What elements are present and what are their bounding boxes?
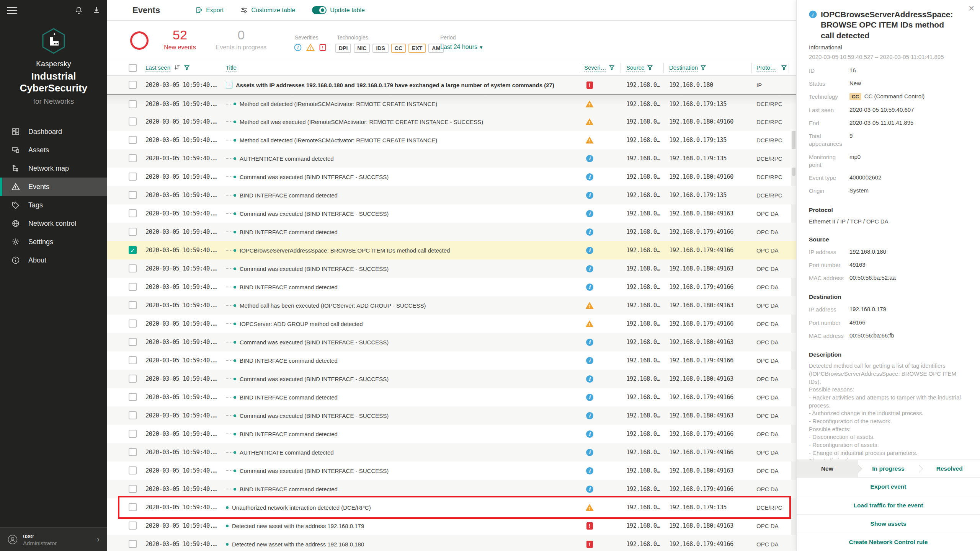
status-step-new[interactable]: New xyxy=(797,460,858,477)
table-row[interactable]: 2020-03-05 10:59:40.…Command was execute… xyxy=(107,333,796,351)
row-checkbox[interactable] xyxy=(129,320,137,328)
status-step-in-progress[interactable]: In progress xyxy=(858,460,919,477)
table-row[interactable]: 2020-03-05 10:59:40.…BIND INTERFACE comm… xyxy=(107,388,796,406)
row-checkbox[interactable] xyxy=(129,338,137,346)
table-row[interactable]: 2020-03-05 10:59:40.…Command was execute… xyxy=(107,461,796,480)
column-header-severity[interactable]: Severi… xyxy=(584,64,614,72)
table-row[interactable]: 2020-03-05 10:59:40.…Detected new asset … xyxy=(107,517,796,535)
sidebar-item-dashboard[interactable]: Dashboard xyxy=(0,122,107,141)
table-row[interactable]: 2020-03-05 10:59:40.…AUTHENTICATE comman… xyxy=(107,443,796,461)
row-checkbox[interactable] xyxy=(129,283,137,291)
row-checkbox[interactable] xyxy=(129,411,137,419)
notifications-bell-icon[interactable] xyxy=(75,7,83,14)
row-checkbox[interactable] xyxy=(129,191,137,199)
table-row[interactable]: 2020-03-05 10:59:40.…BIND INTERFACE comm… xyxy=(107,223,796,241)
table-row[interactable]: 2020-03-05 10:59:40.…BIND INTERFACE comm… xyxy=(107,186,796,204)
row-checkbox[interactable] xyxy=(129,522,137,530)
toggle-on-icon[interactable] xyxy=(312,6,327,14)
filter-funnel-icon[interactable] xyxy=(609,65,614,72)
table-row[interactable]: 2020-03-05 10:59:40.…Method call detecte… xyxy=(107,131,796,149)
column-header-last-seen[interactable]: Last seen xyxy=(145,64,189,72)
severity-info-icon[interactable]: i xyxy=(294,44,302,51)
technology-badge-dpi[interactable]: DPI xyxy=(335,44,351,53)
row-checkbox[interactable] xyxy=(129,173,137,181)
row-checkbox[interactable] xyxy=(129,209,137,217)
row-checkbox[interactable] xyxy=(129,540,137,548)
sidebar-item-network-map[interactable]: Network map xyxy=(0,159,107,178)
row-checkbox[interactable] xyxy=(129,375,137,383)
row-checkbox[interactable] xyxy=(129,228,137,236)
column-header-source[interactable]: Source xyxy=(626,64,653,72)
row-checkbox[interactable]: ✓ xyxy=(129,246,137,254)
new-events-stat[interactable]: 52 New events xyxy=(157,28,203,51)
column-header-title[interactable]: Title xyxy=(226,64,237,71)
sidebar-item-network-control[interactable]: Network control xyxy=(0,214,107,233)
row-checkbox[interactable] xyxy=(129,264,137,272)
severity-filter-icons[interactable]: i ! ! xyxy=(294,44,326,51)
export-button[interactable]: Export xyxy=(195,7,224,14)
column-header-destination[interactable]: Destination xyxy=(669,64,706,72)
in-progress-stat[interactable]: 0 Events in progress xyxy=(211,28,272,51)
row-checkbox[interactable] xyxy=(129,81,137,89)
row-checkbox[interactable] xyxy=(129,301,137,309)
customize-table-button[interactable]: Customize table xyxy=(240,7,295,14)
table-row[interactable]: 2020-03-05 10:59:40.…Detected new asset … xyxy=(107,535,796,551)
select-all-checkbox[interactable] xyxy=(129,64,137,72)
table-row[interactable]: 2020-03-05 10:59:40.…Command was execute… xyxy=(107,168,796,186)
update-table-toggle[interactable]: Update table xyxy=(312,6,365,14)
table-row[interactable]: 2020-03-05 10:59:40.…Command was execute… xyxy=(107,406,796,425)
technology-badge-ext[interactable]: EXT xyxy=(408,44,426,53)
table-row[interactable]: 2020-03-05 10:59:40.…Method call was exe… xyxy=(107,112,796,131)
technology-badge-nic[interactable]: NIC xyxy=(354,44,370,53)
row-checkbox[interactable] xyxy=(129,393,137,401)
table-row[interactable]: 2020-03-05 10:59:40.…IOPCServer: ADD GRO… xyxy=(107,315,796,333)
period-select[interactable]: Last 24 hours▼ xyxy=(440,44,483,51)
column-header-protocol[interactable]: Proto… xyxy=(756,64,787,72)
row-checkbox[interactable] xyxy=(129,503,137,511)
sort-desc-icon[interactable] xyxy=(174,65,180,70)
show-assets-button[interactable]: Show assets xyxy=(797,514,980,533)
sidebar-item-about[interactable]: About xyxy=(0,251,107,269)
export-event-button[interactable]: Export event xyxy=(797,478,980,496)
row-checkbox[interactable] xyxy=(129,154,137,162)
technology-badge-ids[interactable]: IDS xyxy=(372,44,388,53)
filter-funnel-icon[interactable] xyxy=(781,65,787,72)
sidebar-item-assets[interactable]: Assets xyxy=(0,141,107,159)
load-traffic-for-the-event-button[interactable]: Load traffic for the event xyxy=(797,496,980,514)
table-row[interactable]: 2020-03-05 10:59:40.…BIND INTERFACE comm… xyxy=(107,480,796,498)
create-network-control-rule-button[interactable]: Create Network Control rule xyxy=(797,533,980,551)
table-row[interactable]: 2020-03-05 10:59:40.…AUTHENTICATE comman… xyxy=(107,149,796,168)
table-row[interactable]: 2020-03-05 10:59:40.…Method call has bee… xyxy=(107,296,796,315)
user-menu[interactable]: user Administrator › xyxy=(0,527,107,551)
table-row[interactable]: 2020-03-05 10:59:40.…−Assets with IP add… xyxy=(107,76,796,94)
status-step-resolved[interactable]: Resolved xyxy=(919,460,980,477)
filter-funnel-icon[interactable] xyxy=(647,65,653,72)
table-row[interactable]: 2020-03-05 10:59:40.…Command was execute… xyxy=(107,370,796,388)
download-icon[interactable] xyxy=(93,7,100,14)
collapse-icon[interactable]: − xyxy=(226,82,232,88)
sidebar-item-tags[interactable]: Tags xyxy=(0,196,107,214)
row-checkbox[interactable] xyxy=(129,448,137,456)
row-checkbox[interactable] xyxy=(129,356,137,364)
table-row[interactable]: 2020-03-05 10:59:40.…Method call detecte… xyxy=(107,94,796,112)
filter-funnel-icon[interactable] xyxy=(701,65,706,72)
row-checkbox[interactable] xyxy=(129,100,137,108)
table-row[interactable]: 2020-03-05 10:59:40.…Command was execute… xyxy=(107,259,796,278)
sidebar-item-events[interactable]: Events xyxy=(0,178,107,196)
table-row[interactable]: 2020-03-05 10:59:40.…Unauthorized networ… xyxy=(107,498,796,517)
row-checkbox[interactable] xyxy=(129,466,137,474)
filter-funnel-icon[interactable] xyxy=(184,65,189,72)
technology-badge-cc[interactable]: CC xyxy=(391,44,406,53)
severity-critical-icon[interactable]: ! xyxy=(319,44,326,51)
menu-toggle-icon[interactable] xyxy=(7,5,17,16)
severity-warning-icon[interactable]: ! xyxy=(306,44,315,51)
table-row[interactable]: 2020-03-05 10:59:40.…BIND INTERFACE comm… xyxy=(107,278,796,296)
sidebar-item-settings[interactable]: Settings xyxy=(0,233,107,251)
row-checkbox[interactable] xyxy=(129,485,137,493)
table-row[interactable]: 2020-03-05 10:59:40.…Command was execute… xyxy=(107,204,796,223)
table-row[interactable]: 2020-03-05 10:59:40.…BIND INTERFACE comm… xyxy=(107,425,796,443)
row-checkbox[interactable] xyxy=(129,430,137,438)
table-row[interactable]: ✓2020-03-05 10:59:40.…IOPCBrowseServerAd… xyxy=(107,241,796,259)
table-row[interactable]: 2020-03-05 10:59:40.…BIND INTERFACE comm… xyxy=(107,351,796,370)
row-checkbox[interactable] xyxy=(129,136,137,144)
